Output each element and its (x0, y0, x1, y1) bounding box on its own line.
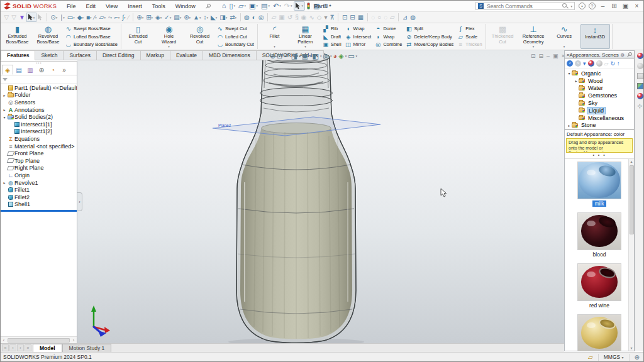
doc-close-icon[interactable]: × (562, 53, 565, 59)
close-icon[interactable]: × (633, 3, 641, 9)
hole-wizard-button[interactable]: ◉HoleWizard▾ (154, 24, 184, 49)
boundary-cut-button[interactable]: ◡Boundary Cut (217, 41, 254, 48)
swept-cut-button[interactable]: ∿Swept Cut (217, 25, 254, 33)
wrap-button[interactable]: ◖Wrap (345, 25, 372, 33)
doc-cascade-icon[interactable]: ⊟ (539, 53, 544, 59)
wrap2-button[interactable]: ◗Wrap (375, 33, 402, 40)
scroll-right-icon[interactable]: › (70, 338, 77, 343)
scenes-strip-icon[interactable] (636, 82, 643, 89)
display-states-strip-icon[interactable] (636, 92, 643, 99)
home-icon[interactable]: ⌂ (221, 1, 228, 11)
decals-strip-icon[interactable] (636, 72, 643, 79)
expander-icon[interactable]: ▸ (574, 79, 579, 83)
appearance-folder-water[interactable]: Water (565, 85, 634, 92)
xyz-icon[interactable]: ↕▾ (203, 13, 209, 22)
solid-tool-icon[interactable]: ■▾ (85, 13, 92, 22)
select-icon[interactable]: ▾ (294, 1, 305, 11)
doc-minimize-icon[interactable]: – (547, 53, 550, 59)
helix-icon[interactable]: § (294, 13, 300, 22)
scroll-up-icon[interactable]: ▴ (630, 159, 632, 164)
tree-item-fillet2[interactable]: Fillet2 (1, 194, 77, 201)
tree-item-shell1[interactable]: Shell1 (1, 201, 77, 209)
gear-icon[interactable]: ⊛ (620, 52, 625, 58)
spline-tool-icon[interactable]: ∫▾ (121, 13, 126, 22)
study-nav-icon[interactable]: » (25, 344, 31, 351)
sketch-slash-icon[interactable]: ∕▾ (93, 13, 97, 22)
tree-item-part1-default-default-display-sta[interactable]: Part1 (Default) <<Default>_Display Sta (1, 84, 77, 92)
swept-boss-base-button[interactable]: ∿Swept Boss/Base (65, 25, 118, 33)
save-icon[interactable]: ▣▾ (248, 1, 259, 11)
tree-item-intersect1-1[interactable]: Intersect1[1] (1, 121, 77, 128)
appearance-folder-sky[interactable]: Sky (565, 99, 634, 107)
dropdown-arrow[interactable]: ▾ (564, 45, 565, 48)
tab-features[interactable]: Features (1, 50, 35, 60)
split-button[interactable]: ◧Split (406, 25, 453, 33)
report-icon[interactable]: ▤▾ (173, 13, 182, 22)
pan-view-icon[interactable]: ⊞▾ (145, 13, 154, 22)
menu-window[interactable]: Window (170, 3, 201, 9)
doc-new-window-icon[interactable]: ⊡ (531, 53, 536, 59)
sphere-tool-icon[interactable]: ◍ (243, 13, 251, 22)
tree-horizontal-scrollbar[interactable]: ‹ › (1, 336, 77, 343)
surface-tool-icon[interactable]: ◆▾ (76, 13, 84, 22)
scroll-down-icon[interactable]: ▾ (630, 346, 632, 351)
view-settings-icon[interactable]: ▭ (348, 52, 354, 60)
help-icon[interactable]: ? (589, 3, 596, 9)
pane-splitter[interactable]: • • • (565, 153, 634, 159)
search-commands-box[interactable]: S ▾ (475, 2, 575, 10)
refresh-icon[interactable]: ↻ (610, 60, 615, 67)
sheet-icon[interactable]: ▱ (389, 13, 396, 22)
filter-vertices-icon[interactable]: ▽ (3, 13, 10, 22)
section-tool-icon[interactable]: ◨▾ (219, 13, 228, 22)
tree-display-icon[interactable]: ⊼ (329, 13, 335, 22)
appearance-thumbnail-milk[interactable]: milk (565, 162, 634, 212)
layout-icon[interactable]: ⊞ (610, 3, 618, 9)
appearance-tool-icon[interactable]: ◈▾ (155, 13, 163, 22)
appearance-disabled-icon[interactable] (596, 60, 602, 67)
appearance-folder-stone[interactable]: ▸Stone (565, 122, 634, 129)
undo-icon[interactable]: ↶▾ (272, 1, 282, 11)
xpress-products-icon[interactable] (306, 1, 311, 11)
zoom-fit-icon[interactable]: ⊕ (270, 52, 275, 60)
menu-tools[interactable]: Tools (147, 3, 170, 9)
pin-menu-icon[interactable] (204, 3, 211, 9)
curves-button[interactable]: ∿Curves ▾ (550, 24, 579, 49)
edit-sketch-icon[interactable]: ▱ (270, 13, 277, 22)
hide-show-items-icon[interactable]: ◎ (323, 52, 329, 60)
configurationmanager-tab[interactable]: ▥ (25, 65, 36, 75)
thumbnails-scrollbar[interactable]: ▴ ▾ (628, 159, 634, 351)
dropdown-arrow[interactable]: ▾ (356, 54, 358, 58)
search-model-icon[interactable]: ⊛▾ (183, 13, 192, 22)
tree-item-revolve1[interactable]: ▸◍Revolve1 (1, 179, 77, 187)
ring-tool-icon[interactable]: ◎ (257, 13, 265, 22)
dropdown-arrow[interactable]: ▾ (309, 54, 311, 58)
tree-item-front-plane[interactable]: Front Plane (1, 150, 77, 157)
sketch-point-icon[interactable]: ⊙▾ (50, 13, 58, 22)
print-icon[interactable]: ▤▾ (260, 1, 271, 11)
rotate-view-icon[interactable]: ⊕▾ (136, 13, 145, 22)
forward-icon[interactable]: › (575, 60, 581, 67)
tree-item-material-not-specified[interactable]: ≡Material <not specified> (1, 143, 77, 150)
open-icon[interactable]: ▱▾ (237, 1, 247, 11)
dropdown-arrow[interactable]: ▾ (320, 54, 322, 58)
draft-button[interactable]: ◣Draft (323, 33, 341, 40)
appearance-thumbnail-red-wine[interactable]: red wine (565, 263, 634, 314)
scale-button[interactable]: ▱Scale (457, 33, 482, 40)
tree-item-solid-bodies-2[interactable]: ▾Solid Bodies(2) (1, 113, 77, 121)
move-tool-icon[interactable]: ⇄▾ (229, 13, 238, 22)
print3d-icon[interactable]: ⊿ (401, 13, 408, 22)
search-icon[interactable] (562, 3, 568, 9)
lasso-select-icon[interactable] (37, 13, 44, 22)
menu-file[interactable]: File (62, 3, 81, 9)
sketch-rect-icon[interactable]: ▭▾ (66, 13, 75, 22)
appearance-folder-gemstones[interactable]: Gemstones (565, 92, 634, 99)
measure-icon[interactable]: ◣▾ (210, 13, 218, 22)
section-view-icon[interactable]: ◨ (291, 52, 297, 60)
preview-icon[interactable]: ⊟ (349, 13, 356, 22)
wave-icon[interactable]: ∿ (308, 13, 315, 22)
menu-edit[interactable]: Edit (80, 3, 101, 9)
flex-button[interactable]: ∫Flex (457, 25, 482, 33)
previous-view-icon[interactable]: ↶ (284, 52, 289, 60)
search-dropdown-icon[interactable]: ▾ (570, 4, 572, 8)
tab-mbd-dimensions[interactable]: MBD Dimensions (203, 50, 257, 60)
